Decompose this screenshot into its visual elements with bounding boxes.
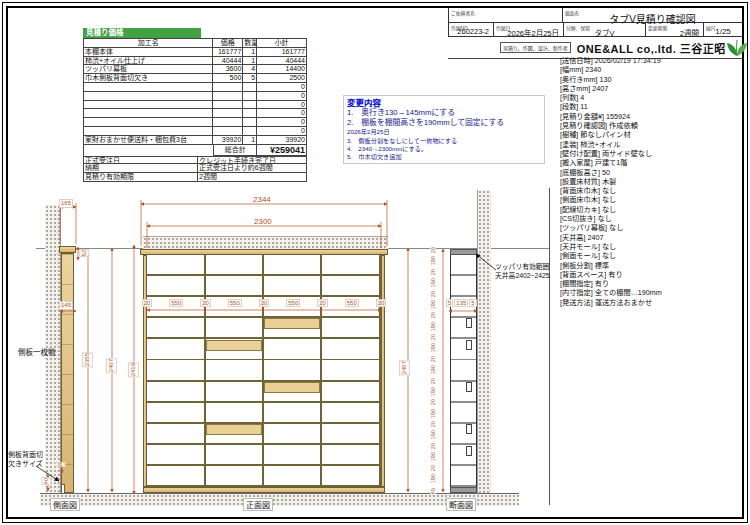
table-row: 0 [84, 118, 307, 127]
estimate-total-row: 総合計 ¥259041 [84, 145, 307, 156]
pitch-dim-label: 190 [430, 409, 436, 418]
estimate-grid: 加工名 価格 数量 小計 本棚本体 161777 1 161777 柿渋+オイル… [83, 38, 307, 156]
dim-notch-depth: 8 [55, 462, 65, 467]
pitch-dim-cell: 190 [420, 273, 446, 293]
cell-price: 40444 [213, 57, 243, 66]
section-back-clip [466, 318, 472, 328]
title-block-row1: ご依頼者名 図面名 タブV見積り確認図 [448, 8, 742, 23]
cell-subtotal: 0 [257, 118, 307, 127]
pitch-dim-label: 20 [430, 465, 436, 471]
cell-qty: 4 [243, 65, 257, 74]
spec-line: [CS切抜き] なし [560, 214, 744, 223]
cell-name: 家財おまかせ便送料・梱包費3台 [84, 136, 213, 145]
cell-qty: 5 [243, 74, 257, 83]
dim-height-2407-right: 2407 [399, 360, 410, 375]
spec-line: [搬入家屋] 戸建て1階 [560, 158, 744, 167]
dim-side-depth: 145 [59, 301, 73, 310]
notch-annotation: 側板背面切 欠きサイズ [8, 451, 43, 469]
tension-rod-annotation: ツッパリ有効範囲 天井高2402~2425 [495, 263, 550, 281]
section-view-label: 断面図 [446, 498, 476, 511]
spec-line: [樹種] 節なしパイン材 [560, 130, 744, 139]
title-block: ご依頼者名 図面名 タブV見積り確認図 作図NO 260223-2 作図日 20… [448, 8, 742, 59]
total-spacer [84, 145, 213, 156]
cell-subtotal: 0 [257, 109, 307, 118]
spec-line: [側面モール] なし [560, 251, 744, 260]
cell-qty [243, 92, 257, 101]
cell-name [84, 127, 213, 136]
pitch-dim-cell: 190 [420, 447, 446, 467]
cell-qty [243, 127, 257, 136]
cell-price [213, 83, 243, 92]
fixed-shelf-block [264, 318, 320, 329]
pitch-dim-label: 20 [430, 269, 436, 275]
cell-price: 161777 [213, 48, 243, 57]
column-header-price: 価格 [213, 39, 243, 48]
table-row: 柿渋+オイル仕上げ 40444 1 40444 [84, 57, 307, 66]
cell-name: 巾木側板背面切欠き [84, 74, 213, 83]
cell-price: 500 [213, 74, 243, 83]
field-change-deadline: 変更期限 2週間 [646, 23, 704, 36]
cell-subtotal: 40444 [257, 57, 307, 66]
cell-name [84, 101, 213, 110]
spec-line: [列数] 4 [560, 93, 744, 102]
table-row: 本棚本体 161777 1 161777 [84, 48, 307, 57]
cell-price: 39920 [213, 136, 243, 145]
column-dim-cell: 20 [380, 298, 382, 308]
table-row: 家財おまかせ便送料・梱包費3台 39920 1 39920 [84, 136, 307, 145]
cell-qty [243, 109, 257, 118]
fixed-shelf-block [264, 382, 320, 393]
column-header-name: 加工名 [84, 39, 213, 48]
wall-line-right [549, 188, 550, 505]
table-row: 0 [84, 101, 307, 110]
dim-overall-width: 2344 [252, 195, 272, 204]
side-view-label: 側面図 [50, 498, 80, 511]
section-back-clip [466, 446, 472, 456]
title-block-row2: 作図NO 260223-2 作図日 2026年2月25日 分類、保管 タブV 変… [448, 23, 742, 37]
term-label: 納期 [83, 164, 198, 173]
maker-role-label: 見積り、作図、設計、製作者 [500, 42, 571, 53]
field-label: 作図NO [451, 24, 468, 31]
cell-price [213, 109, 243, 118]
field-drawing-date: 作図日 2026年2月25日 [494, 23, 564, 36]
change-note-item: 2. 棚板を棚間高さを190mmして固定にする [347, 118, 541, 128]
spec-line: [底棚板高さ] 50 [560, 168, 744, 177]
cell-name [84, 118, 213, 127]
cell-subtotal: 0 [257, 127, 307, 136]
cell-price: 3600 [213, 65, 243, 74]
cell-subtotal: 0 [257, 101, 307, 110]
pitch-dim-cell: 190 [420, 251, 446, 271]
side-panel-annotation: 側板一枚物 [18, 346, 56, 357]
dim-section-inner: 135 [454, 299, 468, 307]
pitch-dim-label: 20 [430, 356, 436, 362]
table-row: 巾木側板背面切欠き 500 5 2500 [84, 74, 307, 83]
cell-subtotal: 14400 [257, 65, 307, 74]
field-label: 縮尺 [706, 24, 716, 31]
section-shelf-stack [450, 255, 477, 487]
cell-qty: 1 [243, 48, 257, 57]
total-value: ¥259041 [257, 145, 307, 156]
cell-qty: 1 [243, 57, 257, 66]
dim-height-2355: 2355 [82, 352, 93, 367]
field-label: 分類、保管 [566, 24, 590, 31]
client-name-cell: ご依頼者名 [449, 8, 563, 22]
spec-line: [棚間指定] 有り [560, 279, 744, 288]
front-view-right-side-board [381, 255, 385, 487]
term-value: 2週間 [198, 173, 307, 182]
spec-lines: [送信日時] 2026/02/19 17:34:19[幅mm] 2340[奥行き… [560, 56, 744, 307]
section-back-clip [466, 424, 472, 434]
cell-qty [243, 83, 257, 92]
cell-qty: 1 [243, 136, 257, 145]
cell-name [84, 83, 213, 92]
estimate-terms: 正式受注日 クレジット手続き完了日 納期 正式受注日より約6週間 見積り有効期限… [83, 156, 307, 182]
spec-line: [壁付け配置] 両サイド壁なし [560, 149, 744, 158]
pitch-dim-label: 190 [430, 322, 436, 331]
spec-line: [設置床材質] 木製 [560, 177, 744, 186]
side-panel-notch [62, 484, 65, 493]
section-wall-hatch [477, 190, 491, 493]
estimate-title-bar: 見積り価格 [83, 28, 201, 38]
spec-line: [奥行きmm] 130 [560, 75, 744, 84]
cell-price [213, 118, 243, 127]
pitch-dim-label: 45 [430, 488, 436, 494]
pitch-dim-label: 20 [430, 291, 436, 297]
pitch-dim-cell: 190 [420, 469, 446, 489]
